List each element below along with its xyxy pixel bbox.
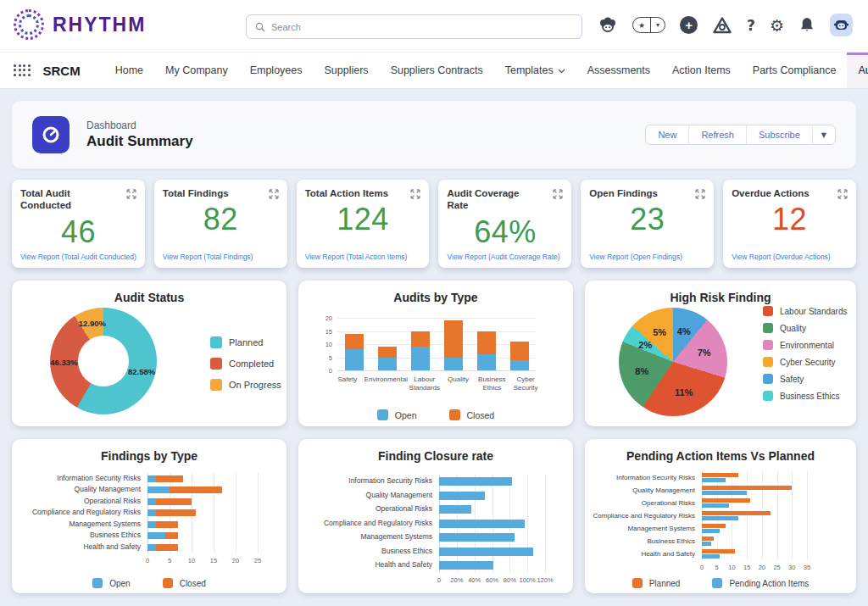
nav-item-employees[interactable]: Employees [239,53,314,88]
x-axis-tick: 5 [715,564,719,571]
refresh-button[interactable]: Refresh [688,125,746,144]
legend-item-completed[interactable]: Completed [210,358,281,370]
x-axis-tick: 5 [168,557,171,564]
expand-icon[interactable] [694,188,706,203]
bar-track [147,496,258,508]
dashboard-main: Dashboard Audit Summary New Refresh Subs… [0,89,868,605]
favorites-pill-button[interactable]: ★ ▾ [632,17,665,33]
expand-icon[interactable] [125,188,137,203]
kpi-value: 124 [305,202,421,237]
x-axis-tick: 80% [504,576,516,584]
kpi-value: 82 [163,202,279,237]
bar-quality-management [147,486,258,493]
legend-label: Completed [229,359,274,369]
view-report-link[interactable]: View Report (Overdue Actions) [732,253,851,261]
bar-health-and-safety [147,544,258,551]
bar-environmental [378,347,397,370]
nav-item-templates[interactable]: Templates [494,53,576,88]
plot-area [337,318,536,370]
chart-card-findings-by-type: Findings by TypeInformation Security Ris… [12,439,287,593]
bar-management-systems [147,521,258,528]
ai-assistant-icon[interactable] [598,16,618,35]
legend-chip [449,409,460,420]
legend-item-labour-standards[interactable]: Labour Standards [763,306,848,316]
expand-icon[interactable] [268,188,280,203]
x-axis-tick: 20 [759,564,765,571]
header-icon-group: ★ ▾ + ? ⚙ [598,14,853,36]
view-report-link[interactable]: View Report (Total Action Items) [305,253,425,261]
bar-safety [345,334,364,370]
x-axis-tick: 120% [537,576,553,584]
banner-button-group: New Refresh Subscribe ▼ [645,125,836,145]
kpi-card-total-action-items: Total Action Items124View Report (Total … [297,180,430,268]
legend-item-quality[interactable]: Quality [763,323,848,333]
bar-segment-closed [156,521,178,528]
legend-item-planned[interactable]: Planned [210,336,281,348]
bar-planned [702,511,771,515]
row-label: Operational Risks [590,499,702,507]
bar-track [439,475,545,489]
legend-item-closed[interactable]: Closed [163,578,206,588]
legend-item-cyber-security[interactable]: Cyber Security [763,357,848,367]
nav-item-my-company[interactable]: My Company [154,53,239,88]
nav-item-action-items[interactable]: Action Items [661,53,742,88]
app-launcher-icon[interactable] [14,64,31,77]
x-axis-label: Cyber Security [509,375,542,392]
slice-value-label: 12.90% [79,319,106,328]
user-avatar[interactable] [830,14,853,36]
nav-item-suppliers-contracts[interactable]: Suppliers Contracts [380,53,494,88]
legend-item-business-ethics[interactable]: Business Ethics [763,391,848,401]
notifications-bell-icon[interactable] [798,16,815,34]
legend-item-open[interactable]: Open [92,578,130,588]
view-report-link[interactable]: View Report (Open Findings) [589,253,709,261]
bar-segment-open [147,544,156,551]
bar-information-security-risks [147,475,258,482]
legend-item-on-progress[interactable]: On Progress [210,379,281,391]
legend-item-planned[interactable]: Planned [632,578,681,588]
bar-track [147,542,258,553]
nav-item-audit-management[interactable]: Audit Management [847,53,868,88]
legend-item-environmental[interactable]: Environmental [763,340,848,350]
nav-item-suppliers[interactable]: Suppliers [314,53,380,88]
charts-row-bottom: Findings by TypeInformation Security Ris… [12,439,856,593]
bar-operational-risks [147,498,258,505]
nav-item-home[interactable]: Home [104,53,154,88]
nav-items: HomeMy CompanyEmployeesSuppliersSupplier… [104,53,868,88]
add-new-icon[interactable]: + [680,16,698,34]
help-icon[interactable]: ? [747,17,755,34]
subscribe-caret-button[interactable]: ▼ [812,125,835,144]
search-input[interactable] [271,22,573,32]
new-button[interactable]: New [646,125,688,144]
table-row: Business Ethics [19,531,258,542]
release-icon[interactable] [712,16,732,35]
banner-text: Dashboard Audit Summary [86,120,193,150]
legend-label: Planned [649,579,681,588]
nav-item-assessments[interactable]: Assessments [576,53,661,88]
expand-icon[interactable] [837,188,849,203]
global-search[interactable] [246,14,582,39]
expand-icon[interactable] [552,188,564,203]
bar-pending-action-items [702,491,747,495]
legend-item-closed[interactable]: Closed [449,409,495,420]
slice-value-label: 46.33% [50,358,77,367]
row-label: Management Systems [305,533,439,542]
view-report-link[interactable]: View Report (Audit Coverage Rate) [447,253,566,261]
nav-item-label: Suppliers [325,64,369,76]
expand-icon[interactable] [409,188,421,203]
dashboard-banner: Dashboard Audit Summary New Refresh Subs… [12,101,856,169]
row-label: Management Systems [19,520,147,529]
favorites-caret-icon: ▾ [650,18,665,32]
star-icon: ★ [633,18,650,32]
view-report-link[interactable]: View Report (Total Audit Conducted) [20,253,140,261]
chart-card-finding-closure-rate: Finding Closure rateInformation Security… [298,439,573,593]
plot-area: Information Security RisksQuality Manage… [19,473,258,553]
settings-gear-icon[interactable]: ⚙ [770,16,784,35]
legend-item-open[interactable]: Open [377,409,417,420]
kpi-title: Open Findings [589,187,679,199]
nav-item-parts-compliance[interactable]: Parts Compliance [742,53,848,88]
subscribe-button[interactable]: Subscribe [746,125,812,144]
bar-segment-closed [165,532,179,539]
legend-item-pending-action-items[interactable]: Pending Action Items [712,578,809,588]
view-report-link[interactable]: View Report (Total Findings) [163,253,282,261]
legend-item-safety[interactable]: Safety [763,374,848,384]
